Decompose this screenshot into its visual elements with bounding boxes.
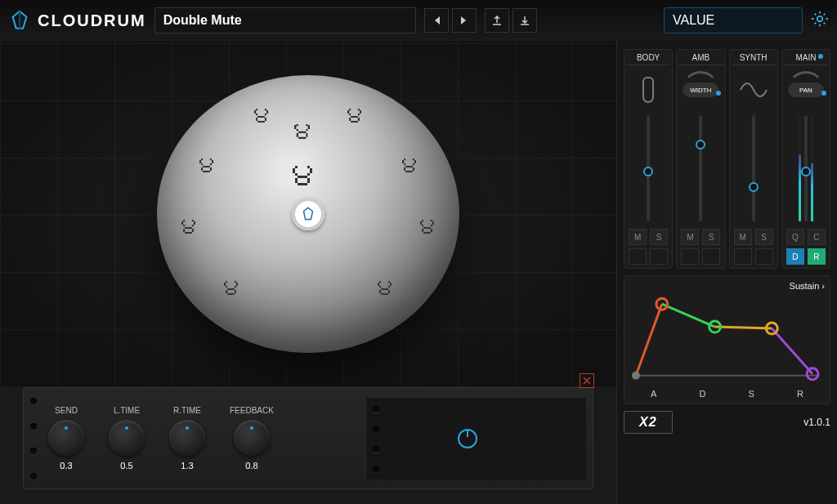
- mixer-panel: BODY M S AMB WIDTH: [616, 41, 837, 504]
- synth-slot-2[interactable]: [755, 248, 773, 265]
- channel-body: BODY M S: [624, 49, 673, 269]
- preset-nav: [424, 8, 477, 33]
- channel-label: AMB: [678, 53, 723, 65]
- right-footer: X2 v1.0.1: [624, 411, 830, 434]
- channel-strip-row: BODY M S AMB WIDTH: [624, 49, 830, 269]
- sine-icon: [732, 69, 776, 111]
- synth-slot-1[interactable]: [734, 248, 752, 265]
- svg-point-2: [632, 372, 640, 380]
- gear-icon: [811, 10, 829, 28]
- center-panel: ౪ ౪ ౪ ౪ ౪ ౪ ౪ ౪ ౪ ౪: [0, 41, 616, 504]
- close-delay-button[interactable]: [580, 373, 594, 388]
- product-name: CLOUDRUM: [38, 11, 146, 30]
- knob-label: L.TIME: [114, 406, 140, 415]
- version-label: v1.0.1: [803, 417, 830, 428]
- value-display[interactable]: VALUE: [664, 7, 803, 33]
- channel-main: MAIN PAN Q C: [781, 49, 830, 269]
- knob-value: 0.3: [60, 461, 72, 471]
- body-fader[interactable]: [626, 111, 670, 225]
- knob-send-dial[interactable]: [48, 420, 84, 456]
- synth-fader[interactable]: [732, 111, 776, 225]
- knob-feedback: FEEDBACK 0.8: [230, 406, 274, 471]
- tongue-drum[interactable]: ౪ ౪ ౪ ౪ ౪ ౪ ౪ ౪ ౪ ౪: [157, 75, 459, 353]
- channel-amb: AMB WIDTH M S: [676, 49, 725, 269]
- prev-preset-button[interactable]: [424, 8, 449, 33]
- env-label-r: R: [797, 389, 803, 399]
- preset-io: [485, 8, 537, 33]
- knob-label: FEEDBACK: [230, 406, 274, 415]
- skip-forward-icon: [459, 16, 469, 25]
- main-fader[interactable]: [784, 111, 828, 225]
- main-r-button[interactable]: R: [808, 248, 826, 265]
- upload-icon: [491, 15, 503, 26]
- envelope-panel: Sustain › A D: [624, 275, 830, 404]
- amb-slot-1[interactable]: [681, 248, 699, 265]
- env-label-s: S: [749, 389, 754, 399]
- knob-value: 0.5: [120, 461, 132, 471]
- preset-selector[interactable]: Double Mute: [154, 7, 416, 33]
- synth-solo-button[interactable]: S: [755, 229, 773, 245]
- delay-power-button[interactable]: [458, 429, 477, 448]
- x2-button[interactable]: X2: [624, 411, 673, 434]
- close-icon: [583, 377, 591, 385]
- amb-fader[interactable]: [678, 111, 723, 225]
- amb-mute-button[interactable]: M: [681, 229, 699, 245]
- body-solo-button[interactable]: S: [650, 229, 668, 245]
- next-preset-button[interactable]: [452, 8, 477, 33]
- amb-slot-2[interactable]: [702, 248, 720, 265]
- knob-label: SEND: [55, 406, 78, 415]
- envelope-mode-button[interactable]: Sustain ›: [629, 281, 825, 291]
- knob-feedback-dial[interactable]: [234, 420, 270, 456]
- knob-ltime: L.TIME 0.5: [109, 406, 145, 471]
- main-area: ౪ ౪ ౪ ౪ ౪ ౪ ౪ ౪ ౪ ౪: [0, 41, 837, 504]
- amb-solo-button[interactable]: S: [702, 229, 720, 245]
- knob-rtime-dial[interactable]: [169, 420, 205, 456]
- synth-mute-button[interactable]: M: [734, 229, 752, 245]
- save-preset-button[interactable]: [512, 8, 537, 33]
- channel-synth: SYNTH M S: [729, 49, 778, 269]
- knob-label: R.TIME: [173, 406, 201, 415]
- load-preset-button[interactable]: [485, 8, 509, 33]
- knob-value: 0.8: [245, 461, 257, 471]
- main-d-button[interactable]: D: [786, 248, 804, 265]
- skip-back-icon: [432, 16, 441, 25]
- top-bar: CLOUDRUM Double Mute VALUE: [0, 0, 837, 41]
- width-button[interactable]: WIDTH: [683, 83, 718, 97]
- channel-label: SYNTH: [732, 53, 776, 65]
- channel-label: BODY: [626, 53, 670, 65]
- knob-ltime-dial[interactable]: [109, 420, 145, 456]
- main-q-button[interactable]: Q: [786, 229, 804, 245]
- envelope-graph[interactable]: [629, 294, 825, 384]
- knob-value: 1.3: [181, 461, 193, 471]
- svg-point-0: [817, 16, 822, 21]
- value-label: VALUE: [673, 13, 714, 28]
- drum-area: ౪ ౪ ౪ ౪ ౪ ౪ ౪ ౪ ౪ ౪: [0, 41, 616, 387]
- body-slot-2[interactable]: [650, 248, 668, 265]
- body-mute-button[interactable]: M: [629, 229, 647, 245]
- logo: CLOUDRUM: [8, 9, 146, 32]
- delay-panel: SEND 0.3 L.TIME 0.5 R.TIME 1.3 FEEDBACK: [23, 387, 593, 489]
- pan-button[interactable]: PAN: [788, 83, 824, 97]
- knob-send: SEND 0.3: [48, 406, 84, 471]
- logo-icon: [8, 9, 31, 32]
- mic-icon: [626, 69, 670, 111]
- env-label-d: D: [699, 389, 705, 399]
- env-label-a: A: [651, 389, 656, 399]
- body-slot-1[interactable]: [629, 248, 647, 265]
- download-icon: [519, 15, 530, 26]
- preset-name: Double Mute: [163, 13, 242, 28]
- settings-button[interactable]: [811, 10, 829, 31]
- app-root: CLOUDRUM Double Mute VALUE: [0, 0, 837, 504]
- chevron-right-icon: ›: [821, 281, 825, 291]
- knob-rtime: R.TIME 1.3: [169, 406, 205, 471]
- main-c-button[interactable]: C: [808, 229, 826, 245]
- drum-center-logo: [292, 198, 325, 230]
